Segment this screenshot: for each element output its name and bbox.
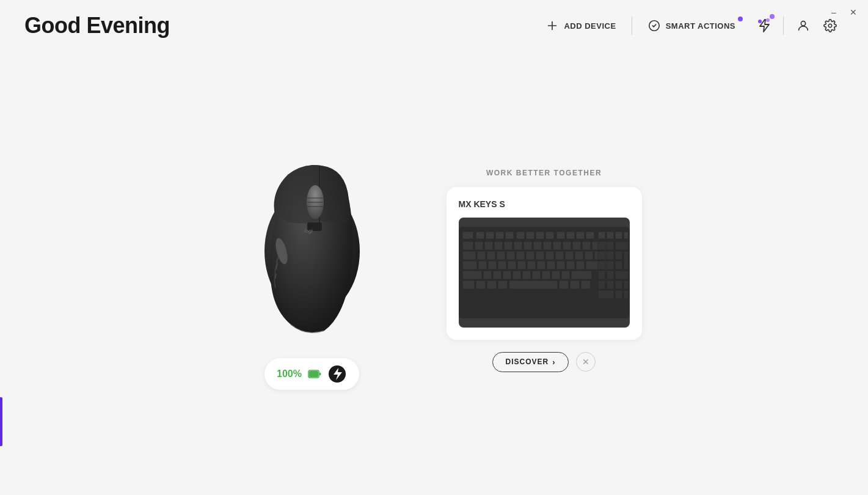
svg-rect-76 — [508, 261, 516, 270]
svg-rect-71 — [624, 251, 629, 270]
left-accent-bar — [0, 397, 2, 446]
discover-label: DISCOVER — [505, 358, 549, 366]
svg-rect-110 — [598, 280, 605, 289]
keyboard-image-container — [459, 218, 630, 328]
svg-rect-113 — [624, 280, 629, 289]
svg-rect-48 — [572, 241, 581, 250]
mouse-image-container: logi — [227, 150, 398, 346]
svg-rect-79 — [537, 261, 545, 270]
logi-bolt-button[interactable] — [327, 364, 347, 384]
svg-rect-75 — [498, 261, 506, 270]
svg-rect-78 — [527, 261, 536, 270]
minimize-button[interactable]: – — [825, 4, 842, 21]
svg-rect-52 — [607, 241, 614, 250]
svg-rect-55 — [477, 251, 486, 260]
battery-percent-text: 100% — [277, 369, 302, 380]
nav-divider-2 — [783, 16, 784, 35]
battery-icon-svg — [308, 369, 321, 379]
keyboard-card: MX KEYS S — [447, 187, 642, 340]
svg-rect-107 — [559, 280, 569, 289]
svg-rect-100 — [598, 271, 605, 279]
add-device-button[interactable]: ADD DEVICE — [533, 14, 628, 37]
svg-rect-72 — [462, 261, 477, 270]
svg-rect-57 — [497, 251, 505, 260]
svg-rect-27 — [536, 232, 544, 239]
logi-ai-button[interactable] — [750, 12, 777, 39]
svg-rect-70 — [615, 251, 622, 260]
svg-rect-33 — [598, 232, 605, 239]
svg-point-3 — [758, 20, 762, 23]
svg-rect-109 — [581, 280, 591, 289]
svg-rect-21 — [476, 232, 484, 239]
svg-rect-53 — [615, 241, 629, 250]
bolt-icon — [756, 18, 771, 34]
svg-rect-105 — [498, 280, 508, 289]
close-button[interactable]: ✕ — [845, 4, 862, 21]
smart-actions-button[interactable]: SMART ACTIONS — [635, 14, 748, 37]
svg-text:logi: logi — [304, 228, 313, 234]
dismiss-button[interactable]: ✕ — [576, 352, 596, 372]
keyboard-svg — [459, 218, 630, 328]
svg-rect-92 — [512, 271, 521, 279]
add-device-label: ADD DEVICE — [564, 21, 616, 31]
svg-rect-98 — [571, 271, 592, 279]
svg-rect-42 — [514, 241, 522, 250]
header-nav: ADD DEVICE SMART ACTIONS — [533, 12, 844, 39]
together-section: WORK BETTER TOGETHER MX KEYS S — [447, 169, 642, 372]
discover-button[interactable]: DISCOVER › — [492, 352, 568, 372]
mouse-device-section: logi 100% — [227, 150, 398, 390]
svg-rect-73 — [478, 261, 487, 270]
svg-rect-61 — [536, 251, 544, 260]
svg-rect-32 — [586, 232, 594, 239]
svg-rect-60 — [526, 251, 534, 260]
svg-rect-20 — [462, 232, 473, 239]
svg-rect-56 — [487, 251, 495, 260]
smart-actions-icon — [647, 19, 661, 32]
svg-rect-90 — [493, 271, 501, 279]
svg-rect-38 — [475, 241, 483, 250]
plus-icon — [545, 19, 559, 32]
svg-rect-45 — [543, 241, 552, 250]
svg-rect-22 — [486, 232, 494, 239]
greeting-text: Good Evening — [24, 13, 170, 38]
svg-rect-34 — [607, 232, 614, 239]
svg-rect-115 — [615, 290, 622, 299]
svg-rect-37 — [462, 241, 473, 250]
svg-rect-89 — [483, 271, 492, 279]
mouse-illustration: logi — [245, 156, 379, 340]
smart-actions-label: SMART ACTIONS — [666, 21, 735, 31]
profile-icon — [797, 19, 810, 32]
svg-rect-82 — [566, 261, 575, 270]
svg-rect-101 — [615, 271, 629, 279]
title-bar: – ✕ — [819, 0, 868, 24]
smart-actions-dot — [738, 16, 743, 21]
svg-rect-96 — [552, 271, 560, 279]
together-label: WORK BETTER TOGETHER — [486, 169, 602, 177]
main-content: logi 100% — [0, 45, 868, 495]
svg-rect-59 — [516, 251, 525, 260]
chevron-right-icon: › — [552, 358, 555, 367]
svg-rect-63 — [555, 251, 564, 260]
svg-rect-51 — [598, 241, 605, 250]
svg-rect-108 — [570, 280, 580, 289]
svg-rect-26 — [526, 232, 534, 239]
svg-rect-36 — [624, 232, 629, 239]
svg-rect-39 — [484, 241, 493, 250]
svg-rect-24 — [505, 232, 514, 239]
svg-rect-116 — [624, 290, 629, 299]
battery-icon — [308, 369, 321, 379]
svg-rect-66 — [585, 251, 593, 260]
svg-rect-85 — [598, 261, 605, 270]
svg-rect-74 — [488, 261, 497, 270]
svg-rect-43 — [523, 241, 532, 250]
profile-button[interactable] — [790, 12, 817, 39]
svg-rect-44 — [533, 241, 542, 250]
svg-rect-77 — [517, 261, 526, 270]
svg-rect-54 — [462, 251, 476, 260]
svg-point-6 — [828, 24, 832, 28]
svg-rect-94 — [532, 271, 541, 279]
battery-status-bar: 100% — [264, 358, 359, 390]
svg-rect-17 — [309, 371, 318, 377]
svg-point-5 — [801, 21, 805, 26]
svg-rect-30 — [566, 232, 575, 239]
